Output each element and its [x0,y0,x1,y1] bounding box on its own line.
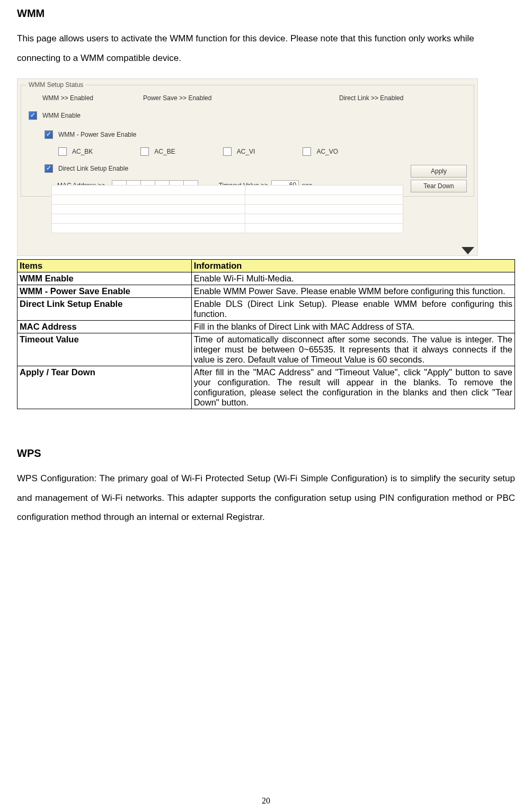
table-row: WMM Enable Enable Wi-Fi Multi-Media. [17,272,515,285]
status-wmm: WMM >> Enabled [42,94,143,102]
heading-wps: WPS [17,447,515,460]
label-ac-be: AC_BE [154,148,175,155]
item-cell: Apply / Tear Down [17,366,192,409]
table-row: Timeout Value Time of automatically disc… [17,333,515,366]
table-row: Direct Link Setup Enable Enable DLS (Dir… [17,298,515,321]
label-wmm-enable: WMM Enable [42,112,81,119]
list-cell[interactable] [245,224,403,233]
label-ac-vo: AC_VO [316,148,338,155]
list-cell[interactable] [52,214,245,224]
status-row: WMM >> Enabled Power Save >> Enabled Dir… [26,94,468,102]
info-cell: Fill in the blanks of Direct Link with M… [191,321,515,333]
item-cell: WMM Enable [17,272,192,285]
item-cell: Direct Link Setup Enable [17,298,192,321]
info-cell: Enable Wi-Fi Multi-Media. [191,272,515,285]
info-table: Items Information WMM Enable Enable Wi-F… [17,259,515,409]
info-cell: Time of automatically disconnect after s… [191,333,515,366]
info-cell: Enable DLS (Direct Link Setup). Please e… [191,298,515,321]
list-cell[interactable] [52,186,245,195]
table-row: Apply / Tear Down After fill in the "MAC… [17,366,515,409]
list-cell[interactable] [245,205,403,214]
table-row: MAC Address Fill in the blanks of Direct… [17,321,515,333]
list-cell[interactable] [52,205,245,214]
table-row: WMM - Power Save Enable Enable WMM Power… [17,285,515,298]
checkbox-wmm-ps-enable[interactable] [45,130,53,139]
item-cell: MAC Address [17,321,192,333]
label-ac-bk: AC_BK [72,148,93,155]
row-ac-options: AC_BK AC_BE AC_VI AC_VO [58,147,468,156]
intro-wps: WPS Configuration: The primary goal of W… [17,469,515,527]
header-items: Items [17,260,192,272]
header-information: Information [191,260,515,272]
dls-list [51,185,403,233]
list-cell[interactable] [245,214,403,224]
row-wmm-enable: WMM Enable [29,111,468,120]
button-column: Apply Tear Down [411,165,467,192]
label-ac-vi: AC_VI [237,148,255,155]
checkbox-dls-enable[interactable] [45,164,53,173]
apply-button[interactable]: Apply [411,165,467,178]
item-cell: Timeout Value [17,333,192,366]
status-directlink: Direct Link >> Enabled [339,94,468,102]
item-cell: WMM - Power Save Enable [17,285,192,298]
list-cell[interactable] [52,224,245,233]
list-cell[interactable] [245,186,403,195]
teardown-button[interactable]: Tear Down [411,180,467,192]
checkbox-ac-bk[interactable] [58,147,67,156]
checkbox-ac-be[interactable] [140,147,149,156]
checkbox-ac-vi[interactable] [223,147,232,156]
status-powersave: Power Save >> Enabled [143,94,339,102]
heading-wmm: WMM [17,7,515,20]
checkbox-ac-vo[interactable] [303,147,311,156]
page-number: 20 [0,796,532,806]
checkbox-wmm-enable[interactable] [29,111,37,120]
info-cell: After fill in the "MAC Address" and "Tim… [191,366,515,409]
wmm-setup-panel: WMM Setup Status WMM >> Enabled Power Sa… [17,78,478,256]
info-cell: Enable WMM Power Save. Please enable WMM… [191,285,515,298]
label-wmm-ps-enable: WMM - Power Save Enable [58,131,136,138]
intro-wmm: This page allows users to activate the W… [17,29,515,68]
wmm-setup-group: WMM Setup Status WMM >> Enabled Power Sa… [21,81,474,197]
row-wmm-ps-enable: WMM - Power Save Enable [45,130,468,139]
group-legend: WMM Setup Status [26,81,85,89]
chevron-down-icon[interactable] [462,247,474,254]
list-cell[interactable] [245,195,403,205]
row-dls-enable: Direct Link Setup Enable [45,164,468,173]
list-cell[interactable] [52,195,245,205]
label-dls-enable: Direct Link Setup Enable [58,165,128,172]
